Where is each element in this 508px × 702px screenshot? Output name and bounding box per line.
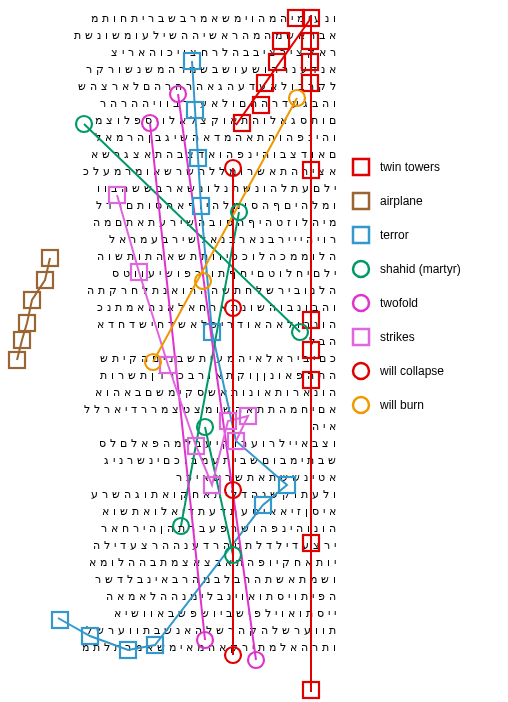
- legend-label: will collapse: [380, 364, 444, 378]
- bible-code-diagram: ונעימיהמהוימשאמרבשבריתחותמ אבראשמהמהראשי…: [0, 0, 508, 702]
- hebrew-letter-grid: ונעימיהמהוימשאמרבשבריתחותמ אבראשמהמהראשי…: [10, 10, 340, 690]
- legend-label: strikes: [380, 330, 415, 344]
- svg-point-62: [353, 295, 369, 311]
- legend-label: twin towers: [380, 160, 440, 174]
- legend-label: shahid (martyr): [380, 262, 461, 276]
- legend-label: terror: [380, 228, 409, 242]
- svg-point-64: [353, 363, 369, 379]
- square-icon: [350, 190, 372, 212]
- legend-row-twin-towers: twin towers: [350, 150, 500, 184]
- legend-row-will-burn: will burn: [350, 388, 500, 422]
- circle-icon: [350, 394, 372, 416]
- svg-rect-59: [353, 193, 369, 209]
- circle-icon: [350, 360, 372, 382]
- svg-rect-60: [353, 227, 369, 243]
- circle-icon: [350, 292, 372, 314]
- legend-row-shahid: shahid (martyr): [350, 252, 500, 286]
- svg-rect-63: [353, 329, 369, 345]
- legend-row-strikes: strikes: [350, 320, 500, 354]
- square-icon: [350, 326, 372, 348]
- square-icon: [350, 156, 372, 178]
- legend-row-will-collapse: will collapse: [350, 354, 500, 388]
- legend-label: twofold: [380, 296, 418, 310]
- legend: twin towers airplane terror shahid (mart…: [350, 150, 500, 422]
- square-icon: [350, 224, 372, 246]
- circle-icon: [350, 258, 372, 280]
- legend-row-twofold: twofold: [350, 286, 500, 320]
- legend-row-terror: terror: [350, 218, 500, 252]
- svg-point-61: [353, 261, 369, 277]
- legend-label: will burn: [380, 398, 424, 412]
- legend-row-airplane: airplane: [350, 184, 500, 218]
- svg-rect-58: [353, 159, 369, 175]
- legend-label: airplane: [380, 194, 423, 208]
- svg-point-65: [353, 397, 369, 413]
